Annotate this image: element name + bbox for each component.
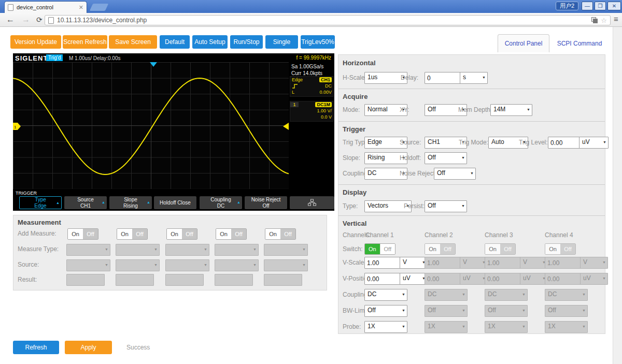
ch3-bw-select[interactable]: Off▼ [485, 305, 528, 317]
tab-scpi-command[interactable]: SCPI Command [551, 34, 608, 52]
measure3-source-select[interactable]: ▼ [165, 259, 209, 271]
reload-icon[interactable]: ⟳ [36, 14, 43, 25]
channel2-label: Channel 2 [425, 231, 453, 239]
ch1-vscale-unit-select[interactable]: V▼ [400, 257, 428, 269]
ch2-vpos-input[interactable] [425, 273, 461, 285]
ch4-bw-select[interactable]: Off▼ [545, 305, 588, 317]
trig-type: Edge [292, 77, 303, 82]
trig-level-input[interactable] [548, 137, 581, 149]
ch3-vpos-unit-select[interactable]: uV▼ [520, 273, 548, 285]
measure1-source-select[interactable]: ▼ [66, 259, 110, 271]
apply-button[interactable]: Apply [65, 341, 112, 354]
user-badge[interactable]: 用户2 [556, 2, 578, 10]
ch2-bw-select[interactable]: Off▼ [425, 305, 468, 317]
bookmark-star-icon[interactable]: ☆ [601, 17, 607, 24]
status-text: Success [126, 344, 150, 351]
holdoff-select[interactable]: Off▼ [425, 152, 467, 164]
dropdown-arrow-icon: ▼ [482, 72, 486, 83]
measure1-result-field[interactable] [66, 274, 105, 286]
noise-reject-select[interactable]: Off▼ [434, 168, 476, 180]
ch4-vpos-input[interactable] [545, 273, 581, 285]
ch4-vscale-input[interactable] [545, 257, 581, 269]
ch2-coupling-select[interactable]: DC▼ [425, 289, 468, 301]
triglev-button[interactable]: TrigLev50% [301, 35, 335, 49]
refresh-button[interactable]: Refresh [13, 341, 59, 354]
ch1-bw-select[interactable]: Off▼ [364, 305, 407, 317]
save-screen-button[interactable]: Save Screen [109, 35, 157, 49]
measure5-result-field[interactable] [264, 274, 302, 286]
ch4-vscale-unit-select[interactable]: V▼ [580, 257, 608, 269]
ch4-switch-toggle[interactable]: OnOff [545, 243, 576, 255]
single-button[interactable]: Single [265, 35, 298, 49]
scope-menu-slope: SlopeRising ▲ [109, 196, 152, 209]
ch3-vpos-input[interactable] [485, 273, 521, 285]
measure4-toggle[interactable]: OnOff [216, 228, 247, 240]
measure1-toggle[interactable]: OnOff [67, 228, 98, 240]
ch1-switch-toggle[interactable]: OnOff [364, 243, 395, 255]
ch4-probe-select[interactable]: 1X▼ [545, 321, 588, 333]
mem-depth-select[interactable]: 14M▼ [490, 104, 532, 116]
minimize-button[interactable]: — [582, 2, 593, 10]
measure2-toggle[interactable]: OnOff [117, 228, 148, 240]
ch3-switch-toggle[interactable]: OnOff [485, 243, 516, 255]
default-button[interactable]: Default [160, 35, 190, 49]
measure4-type-select[interactable]: ▼ [215, 244, 259, 256]
ch1-vpos-input[interactable] [364, 273, 401, 285]
add-measure-label: Add Measure: [18, 230, 56, 237]
ch3-coupling-select[interactable]: DC▼ [485, 289, 528, 301]
ch1-vscale-input[interactable] [364, 257, 401, 269]
persist-select[interactable]: Off▼ [425, 200, 467, 212]
browser-tab[interactable]: device_control ✕ [4, 1, 87, 13]
new-tab-button[interactable] [90, 4, 109, 11]
translate-icon[interactable] [591, 17, 598, 23]
screen-refresh-button[interactable]: Screen Refresh [63, 35, 107, 49]
ch3-vscale-input[interactable] [485, 257, 521, 269]
ch1-coupling-select[interactable]: DC▼ [364, 289, 407, 301]
delay-unit-select[interactable]: s▼ [460, 72, 488, 84]
restore-button[interactable]: ❐ [595, 2, 606, 10]
back-icon[interactable]: ← [6, 14, 15, 25]
measure2-type-select[interactable]: ▼ [116, 244, 160, 256]
measure2-source-select[interactable]: ▼ [116, 259, 160, 271]
ch2-vscale-input[interactable] [425, 257, 461, 269]
measure5-toggle[interactable]: OnOff [265, 228, 296, 240]
version-update-button[interactable]: Version Update [10, 35, 61, 49]
measure3-result-field[interactable] [165, 274, 204, 286]
measure5-source-select[interactable]: ▼ [264, 259, 308, 271]
ch2-vscale-unit-select[interactable]: V▼ [460, 257, 488, 269]
measure5-type-select[interactable]: ▼ [264, 244, 308, 256]
sample-rate: Sa 1.00GSa/s [291, 64, 323, 69]
measure4-source-select[interactable]: ▼ [215, 259, 259, 271]
measure3-toggle[interactable]: OnOff [166, 228, 197, 240]
ch2-switch-toggle[interactable]: OnOff [425, 243, 456, 255]
ch1-vpos-unit-select[interactable]: uV▼ [400, 273, 428, 285]
tab-control-panel[interactable]: Control Panel [498, 34, 549, 52]
url-bar[interactable]: 10.11.13.123/device_control.php ☆ [45, 15, 611, 25]
ch3-vscale-unit-select[interactable]: V▼ [520, 257, 548, 269]
dropdown-arrow-icon: ▼ [253, 244, 257, 255]
run-stop-button[interactable]: Run/Stop [230, 35, 263, 49]
ch4-coupling-select[interactable]: DC▼ [545, 289, 588, 301]
dropdown-arrow-icon: ▼ [582, 289, 586, 300]
dropdown-arrow-icon: ▼ [602, 273, 606, 284]
tab-close-icon[interactable]: ✕ [79, 4, 83, 11]
measure4-result-field[interactable] [215, 274, 253, 286]
measure2-result-field[interactable] [116, 274, 154, 286]
ch1-probe-select[interactable]: 1X▼ [364, 321, 407, 333]
measure1-type-select[interactable]: ▼ [66, 244, 110, 256]
ch3-probe-select[interactable]: 1X▼ [485, 321, 528, 333]
ch2-vpos-unit-select[interactable]: uV▼ [460, 273, 488, 285]
trig-level-unit-select[interactable]: uV▼ [579, 137, 609, 149]
auto-setup-button[interactable]: Auto Setup [192, 35, 228, 49]
url-text[interactable]: 10.11.13.123/device_control.php [57, 17, 588, 24]
ch2-probe-select[interactable]: 1X▼ [425, 321, 468, 333]
menu-icon[interactable]: ≡ [614, 14, 618, 23]
delay-input[interactable] [425, 72, 461, 84]
measure3-type-select[interactable]: ▼ [165, 244, 209, 256]
page-scrollbar[interactable] [613, 27, 622, 364]
ch4-vpos-unit-select[interactable]: uV▼ [580, 273, 608, 285]
close-button[interactable]: ✕ [607, 2, 621, 10]
forward-icon[interactable]: → [22, 14, 30, 25]
scope-info-column: Sa 1.00GSa/s Curr 14.0kpts Edge CH1 DC L… [289, 62, 334, 191]
measure-type-label: Measure Type: [18, 245, 59, 253]
